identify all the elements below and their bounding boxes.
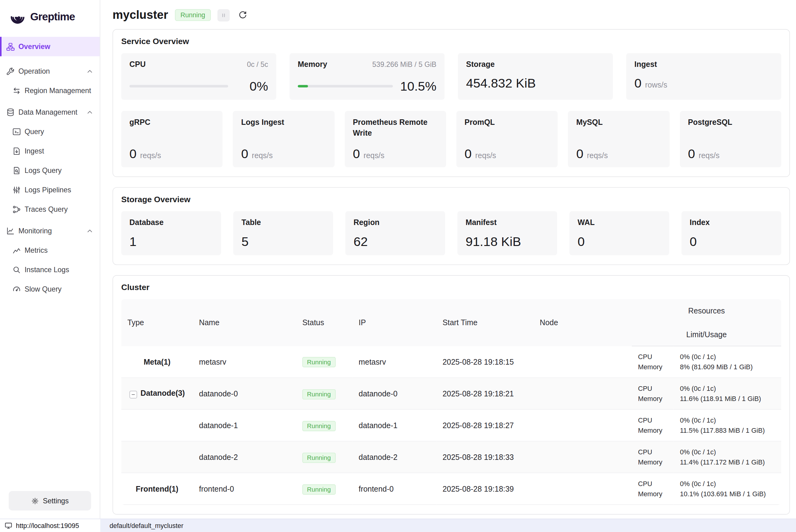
row-status-badge: Running <box>302 421 336 431</box>
protocol-value: 0 <box>688 147 695 161</box>
database-stat-card: Database 1 <box>121 211 221 255</box>
stat-value: 62 <box>354 234 368 249</box>
wal-stat-card: WAL 0 <box>569 211 669 255</box>
region-stat-card: Region 62 <box>345 211 445 255</box>
cell-resource-values: 0% (0c / 1c)10.1% (103.691 MiB / 1 GiB) <box>674 473 781 505</box>
cell-status: Running <box>296 346 353 378</box>
database-icon <box>6 108 15 116</box>
sidebar-item-logs-query[interactable]: Logs Query <box>0 160 100 180</box>
sidebar-item-label: Logs Query <box>25 166 62 174</box>
cluster-row-datanode-1[interactable]: datanode-1 Running datanode-1 2025-08-28… <box>121 409 781 441</box>
app-window: Greptime Overview Operation <box>0 0 796 532</box>
gauge-icon <box>12 285 21 293</box>
column-header-status: Status <box>296 299 353 346</box>
protocol-value: 0 <box>353 147 360 161</box>
sidebar: Greptime Overview Operation <box>0 0 100 519</box>
main-content: mycluster Running Service Overview <box>100 0 796 519</box>
connection-url[interactable]: http://localhost:19095 <box>0 519 100 532</box>
refresh-icon <box>238 11 247 19</box>
memory-detail: 539.266 MiB / 5 GiB <box>373 60 437 69</box>
sidebar-item-label: Operation <box>19 67 50 75</box>
sidebar-item-metrics[interactable]: Metrics <box>0 241 100 260</box>
sidebar-item-label: Region Management <box>25 86 91 95</box>
cluster-header: mycluster Running <box>113 6 790 29</box>
prometheus-remote-write-stat-card: Prometheus Remote Write 0reqs/s <box>345 111 446 168</box>
swap-arrows-icon <box>12 86 21 95</box>
sidebar-item-logs-pipelines[interactable]: Logs Pipelines <box>0 180 100 200</box>
collapse-datanode-button[interactable] <box>129 391 137 399</box>
protocol-label: gRPC <box>130 117 214 128</box>
sidebar-item-label: Data Management <box>19 108 77 116</box>
sidebar-item-region-management[interactable]: Region Management <box>0 81 100 100</box>
memory-label: Memory <box>298 59 327 70</box>
stat-value: 91.18 KiB <box>466 234 521 249</box>
sidebar-item-label: Overview <box>19 42 50 51</box>
cluster-table: Type Name Status IP Start Time Node Reso… <box>121 299 781 505</box>
cell-resource-labels: CPUMemory <box>632 346 674 378</box>
stat-label: Manifest <box>466 218 497 227</box>
sidebar-item-label: Monitoring <box>19 227 52 235</box>
cell-resource-values: 0% (0c / 1c)11.5% (117.883 MiB / 1 GiB) <box>674 409 781 441</box>
stat-label: WAL <box>578 218 595 227</box>
sidebar-item-query[interactable]: Query <box>0 122 100 141</box>
cluster-status-badge: Running <box>175 9 211 21</box>
cell-status: Running <box>296 473 353 505</box>
sidebar-item-instance-logs[interactable]: Instance Logs <box>0 260 100 279</box>
monitor-icon <box>5 522 12 530</box>
cell-status: Running <box>296 378 353 410</box>
sidebar-item-slow-query[interactable]: Slow Query <box>0 279 100 299</box>
sidebar-nav: Overview Operation Region Management <box>0 31 100 486</box>
settings-button[interactable]: Settings <box>8 491 91 510</box>
sidebar-item-traces-query[interactable]: Traces Query <box>0 200 100 219</box>
service-overview-card: Service Overview CPU 0c / 5c 0% <box>113 29 790 177</box>
cell-start-time: 2025-08-28 19:18:39 <box>437 473 534 505</box>
index-stat-card: Index 0 <box>681 211 781 255</box>
cluster-row-frontend-0[interactable]: Frontend(1) frontend-0 Running frontend-… <box>121 473 781 505</box>
cluster-row-metasrv[interactable]: Meta(1) metasrv Running metasrv 2025-08-… <box>121 346 781 378</box>
cluster-table-header: Type Name Status IP Start Time Node Reso… <box>121 299 781 346</box>
sidebar-section-monitoring[interactable]: Monitoring <box>0 221 100 241</box>
protocol-stats-row: gRPC 0reqs/s Logs Ingest 0reqs/s Prometh… <box>121 111 781 168</box>
ingest-value: 0 <box>634 76 642 91</box>
cell-name: metasrv <box>193 346 296 378</box>
protocol-label: PostgreSQL <box>688 117 773 128</box>
sidebar-item-label: Instance Logs <box>25 265 69 274</box>
cluster-row-datanode-0[interactable]: Datanode(3) datanode-0 Running datanode-… <box>121 378 781 410</box>
sidebar-item-overview[interactable]: Overview <box>0 37 100 56</box>
cell-name: datanode-0 <box>193 378 296 410</box>
cell-node <box>534 346 632 378</box>
brand-logo[interactable]: Greptime <box>0 5 100 31</box>
stat-value: 0 <box>578 234 585 249</box>
cell-ip: datanode-0 <box>353 378 436 410</box>
protocol-value: 0 <box>465 147 472 161</box>
ingest-document-icon <box>12 147 21 155</box>
sidebar-section-data-management[interactable]: Data Management <box>0 102 100 122</box>
refresh-button[interactable] <box>236 9 249 21</box>
storage-stat-card: Storage 454.832 KiB <box>458 53 613 100</box>
pause-refresh-button[interactable] <box>217 9 230 21</box>
cell-type <box>121 441 193 473</box>
memory-progress-bar <box>298 85 393 88</box>
chevron-up-icon <box>86 67 94 75</box>
metrics-trend-icon <box>12 246 21 254</box>
cpu-stat-card: CPU 0c / 5c 0% <box>121 53 276 100</box>
overview-icon <box>6 42 15 51</box>
cell-resource-labels: CPUMemory <box>632 441 674 473</box>
sidebar-section-operation[interactable]: Operation <box>0 61 100 81</box>
cluster-card: Cluster Type Name Status IP <box>113 275 790 514</box>
row-status-badge: Running <box>302 357 336 367</box>
cell-start-time: 2025-08-28 19:18:27 <box>437 409 534 441</box>
cpu-label: CPU <box>130 59 146 70</box>
cluster-row-datanode-2[interactable]: datanode-2 Running datanode-2 2025-08-28… <box>121 441 781 473</box>
sidebar-item-ingest[interactable]: Ingest <box>0 141 100 160</box>
protocol-unit: reqs/s <box>252 151 273 160</box>
stat-value: 1 <box>130 234 137 249</box>
stat-value: 5 <box>241 234 248 249</box>
cell-name: datanode-2 <box>193 441 296 473</box>
grpc-stat-card: gRPC 0reqs/s <box>121 111 223 168</box>
ingest-stat-card: Ingest 0 rows/s <box>626 53 781 100</box>
sidebar-item-label: Query <box>25 127 44 136</box>
traces-branch-icon <box>12 205 21 214</box>
cell-type: Meta(1) <box>121 346 193 378</box>
stat-label: Database <box>130 218 164 227</box>
